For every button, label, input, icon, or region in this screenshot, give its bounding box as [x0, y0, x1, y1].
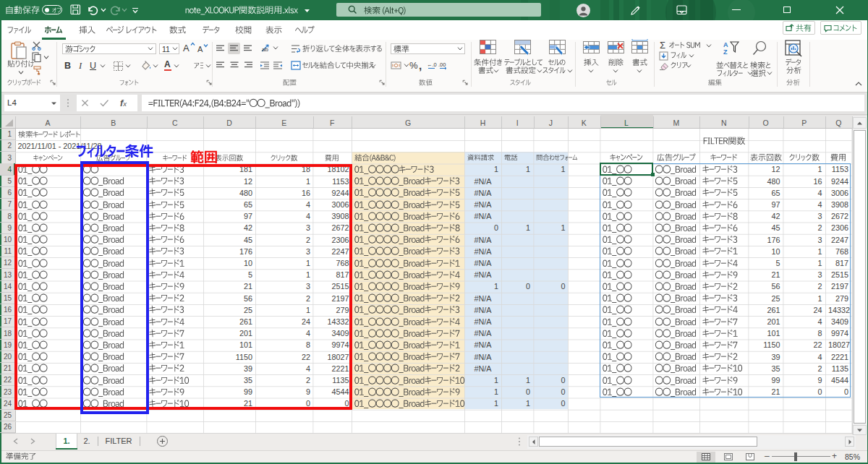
svg-text:ab: ab — [262, 46, 268, 53]
svg-text:←.0: ←.0 — [427, 61, 437, 68]
svg-text:.00: .00 — [438, 61, 446, 68]
svg-text:A: A — [723, 41, 728, 48]
svg-text:Z: Z — [723, 48, 728, 56]
